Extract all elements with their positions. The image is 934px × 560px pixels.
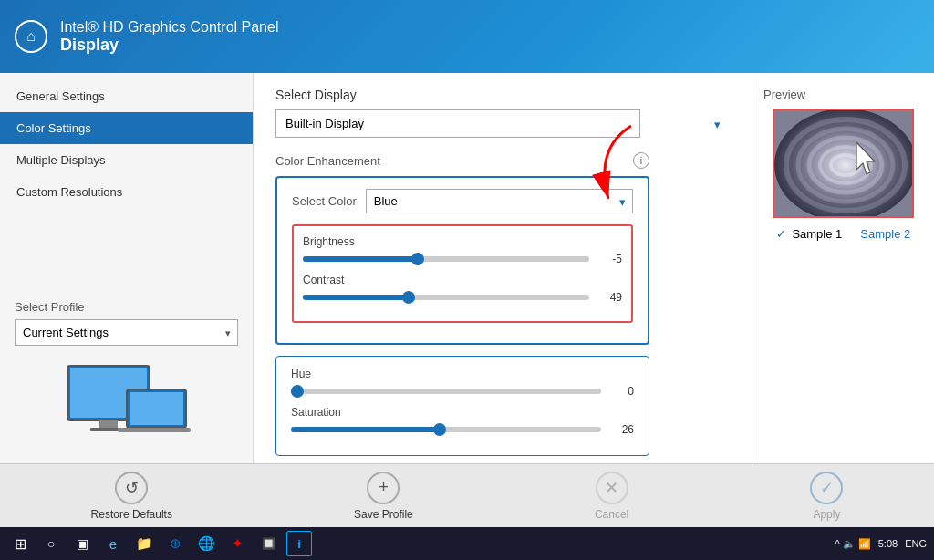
annotation-area: Select Color Blue ▾ Brightness: [275, 176, 649, 456]
home-button[interactable]: ⌂: [15, 20, 47, 53]
saturation-track-wrapper[interactable]: [291, 422, 601, 437]
content-area: Select Display Built-in Display ▾ Color …: [254, 73, 752, 463]
color-enhancement-label: Color Enhancement: [275, 154, 380, 168]
svg-rect-5: [130, 392, 183, 425]
hue-row: Hue 0: [291, 368, 634, 399]
preview-spiral-svg: [774, 110, 914, 218]
edge-icon[interactable]: e: [100, 531, 126, 556]
intel-icon[interactable]: i: [286, 531, 312, 556]
color-select-wrapper: Blue ▾: [366, 189, 633, 213]
profile-select-wrapper: Current Settings ▾: [15, 319, 238, 346]
preview-label: Preview: [763, 88, 805, 101]
preview-panel: Preview: [752, 73, 934, 463]
restore-defaults-label: Restore Defaults: [91, 508, 172, 521]
saturation-value: 26: [608, 423, 634, 436]
internet-explorer-icon[interactable]: ⊕: [162, 531, 188, 556]
save-profile-icon: +: [367, 472, 400, 504]
brightness-thumb[interactable]: [411, 253, 424, 265]
svg-rect-6: [118, 428, 191, 432]
hue-value: 0: [608, 385, 634, 398]
saturation-fill: [291, 427, 440, 432]
sidebar-item-multiple-displays[interactable]: Multiple Displays: [0, 144, 253, 176]
sidebar-item-custom-resolutions[interactable]: Custom Resolutions: [0, 176, 253, 208]
section-title-header: Display: [60, 36, 278, 55]
hue-control: 0: [291, 384, 634, 399]
restore-defaults-button[interactable]: ↺ Restore Defaults: [91, 472, 172, 521]
apply-button[interactable]: ✓ Apply: [810, 472, 843, 521]
brightness-track-wrapper[interactable]: [303, 252, 589, 266]
cancel-button[interactable]: ✕ Cancel: [595, 472, 628, 521]
brightness-control: -5: [303, 252, 622, 266]
apply-icon: ✓: [810, 472, 843, 504]
saturation-control: 26: [291, 422, 634, 437]
saturation-label: Saturation: [291, 406, 634, 419]
sidebar-bottom: Select Profile Current Settings ▾: [0, 285, 253, 463]
sample1-label: Sample 1: [792, 227, 842, 241]
restore-defaults-icon: ↺: [115, 472, 148, 504]
monitor-svg: [63, 364, 191, 446]
hue-thumb[interactable]: [291, 385, 304, 398]
windows-start-button[interactable]: ⊞: [7, 531, 33, 556]
sample2[interactable]: Sample 2: [860, 227, 910, 241]
monitor-image: [15, 364, 238, 449]
hue-track-wrapper[interactable]: [291, 384, 601, 399]
task-view-icon[interactable]: ▣: [69, 531, 95, 556]
contrast-label: Contrast: [303, 274, 622, 286]
brightness-label: Brightness: [303, 235, 622, 248]
taskbar-time: 5:08: [878, 538, 898, 549]
saturation-track: [291, 427, 601, 432]
taskbar: ⊞ ○ ▣ e 📁 ⊕ 🌐 ✦ 🔲 i ^ 🔈 📶 5:08 ENG: [0, 527, 934, 560]
cortana-icon[interactable]: 🔲: [255, 531, 281, 556]
preview-image: [773, 109, 914, 218]
save-profile-button[interactable]: + Save Profile: [354, 472, 413, 521]
contrast-value: 49: [597, 291, 622, 304]
hue-track: [291, 389, 601, 394]
brightness-contrast-section: Brightness -5: [292, 224, 633, 323]
contrast-thumb[interactable]: [402, 291, 415, 304]
display-select[interactable]: Built-in Display: [275, 109, 640, 138]
brightness-value: -5: [597, 253, 622, 265]
info-icon[interactable]: i: [633, 152, 649, 169]
brightness-row: Brightness -5: [303, 235, 622, 266]
brightness-track: [303, 256, 589, 262]
footer: ↺ Restore Defaults + Save Profile ✕ Canc…: [0, 463, 934, 527]
display-select-arrow-icon: ▾: [714, 117, 721, 130]
sample1[interactable]: ✓ Sample 1: [776, 227, 843, 241]
sidebar: General Settings Color Settings Multiple…: [0, 73, 254, 463]
sidebar-item-general-settings[interactable]: General Settings: [0, 80, 253, 112]
select-color-label: Select Color: [292, 194, 357, 208]
cancel-label: Cancel: [595, 508, 628, 521]
sample1-check-icon: ✓: [776, 227, 786, 241]
contrast-fill: [303, 295, 409, 300]
hue-saturation-panel: Hue 0 Saturation: [275, 356, 649, 456]
brightness-fill: [303, 256, 418, 262]
sidebar-item-color-settings[interactable]: Color Settings: [0, 112, 253, 144]
chrome-icon[interactable]: 🌐: [193, 531, 219, 556]
svg-rect-2: [99, 420, 118, 428]
display-select-wrapper: Built-in Display ▾: [275, 109, 730, 138]
taskbar-systray: ^ 🔈 📶: [835, 538, 870, 550]
contrast-row: Contrast 49: [303, 274, 622, 305]
contrast-track-wrapper[interactable]: [303, 290, 589, 305]
contrast-track: [303, 295, 589, 300]
saturation-thumb[interactable]: [433, 423, 446, 436]
select-display-label: Select Display: [275, 88, 730, 102]
contrast-control: 49: [303, 290, 622, 305]
home-icon: ⌂: [26, 28, 36, 45]
antivirus-icon[interactable]: ✦: [224, 531, 250, 556]
save-profile-label: Save Profile: [354, 508, 413, 521]
profile-select[interactable]: Current Settings: [15, 319, 238, 346]
preview-samples: ✓ Sample 1 Sample 2: [776, 227, 910, 241]
app-header: ⌂ Intel® HD Graphics Control Panel Displ…: [0, 0, 934, 73]
select-color-row: Select Color Blue ▾: [292, 189, 633, 213]
apply-label: Apply: [813, 508, 840, 521]
color-select[interactable]: Blue: [366, 189, 633, 213]
explorer-icon[interactable]: 📁: [131, 531, 157, 556]
search-taskbar-icon[interactable]: ○: [38, 531, 64, 556]
cancel-icon: ✕: [596, 472, 628, 504]
taskbar-right: ^ 🔈 📶 5:08 ENG: [835, 538, 927, 550]
hue-label: Hue: [291, 368, 634, 380]
color-enhancement-header: Color Enhancement i: [275, 152, 649, 169]
main-layout: General Settings Color Settings Multiple…: [0, 73, 934, 463]
app-title: Intel® HD Graphics Control Panel: [60, 19, 278, 36]
